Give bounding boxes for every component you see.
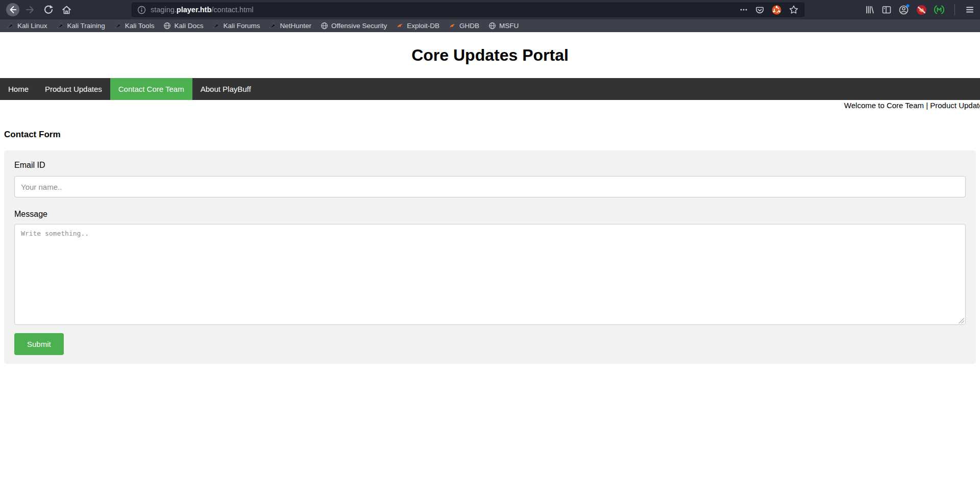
toolbar-divider bbox=[954, 4, 955, 15]
message-field-wrapper bbox=[14, 224, 966, 325]
bookmark-label: Kali Linux bbox=[17, 22, 47, 30]
page-content: Core Updates Portal Home Product Updates… bbox=[0, 32, 980, 504]
nav-product-updates[interactable]: Product Updates bbox=[37, 78, 110, 100]
back-button[interactable] bbox=[5, 2, 20, 17]
nav-home[interactable]: Home bbox=[0, 78, 37, 100]
globe-icon bbox=[163, 22, 171, 30]
globe-icon bbox=[488, 22, 496, 30]
pocket-icon[interactable] bbox=[755, 5, 765, 15]
bookmark-label: Kali Tools bbox=[125, 22, 155, 30]
home-icon bbox=[61, 5, 72, 15]
bookmark-label: Exploit-DB bbox=[407, 22, 439, 30]
back-icon bbox=[5, 2, 20, 17]
kali-icon bbox=[114, 22, 122, 30]
bookmark-label: Kali Docs bbox=[174, 22, 203, 30]
site-info-icon[interactable] bbox=[137, 6, 146, 14]
bookmark-label: NetHunter bbox=[280, 22, 311, 30]
bookmark-msfu[interactable]: MSFU bbox=[484, 19, 523, 32]
firefox-window: staging.player.htb/contact.html bbox=[0, 0, 980, 504]
bookmark-kali-docs[interactable]: Kali Docs bbox=[159, 19, 208, 32]
page-title: Core Updates Portal bbox=[0, 46, 980, 65]
email-label: Email ID bbox=[14, 161, 966, 170]
orange-swoosh-icon bbox=[396, 22, 404, 30]
bookmark-kali-training[interactable]: Kali Training bbox=[52, 19, 110, 32]
email-field[interactable] bbox=[14, 176, 966, 197]
home-button[interactable] bbox=[59, 2, 74, 17]
foxyproxy-icon[interactable] bbox=[916, 5, 927, 15]
main-nav: Home Product Updates Contact Core Team A… bbox=[0, 78, 980, 100]
browser-toolbar: staging.player.htb/contact.html bbox=[0, 0, 980, 19]
form-heading: Contact Form bbox=[4, 130, 980, 140]
submit-button[interactable]: Submit bbox=[14, 333, 64, 355]
bookmark-kali-forums[interactable]: Kali Forums bbox=[208, 19, 264, 32]
reload-icon bbox=[43, 5, 54, 15]
library-icon[interactable] bbox=[865, 5, 875, 15]
bookmark-exploit-db[interactable]: Exploit-DB bbox=[391, 19, 444, 32]
message-label: Message bbox=[14, 210, 966, 219]
url-prefix: staging. bbox=[151, 6, 177, 14]
kali-icon bbox=[7, 22, 14, 30]
bookmarks-bar: Kali Linux Kali Training Kali Tools Kali… bbox=[0, 19, 980, 32]
account-icon[interactable] bbox=[898, 4, 910, 15]
globe-icon bbox=[321, 22, 328, 30]
url-path: /contact.html bbox=[211, 6, 253, 14]
urlbar-actions bbox=[740, 5, 799, 15]
message-field[interactable] bbox=[14, 224, 966, 325]
toolbar-right-icons bbox=[865, 4, 975, 15]
sidebar-toggle-icon[interactable] bbox=[881, 5, 892, 15]
url-bar[interactable]: staging.player.htb/contact.html bbox=[132, 3, 804, 17]
forward-icon bbox=[25, 4, 36, 15]
bookmark-label: Offensive Security bbox=[331, 22, 387, 30]
bookmark-label: Kali Forums bbox=[223, 22, 260, 30]
contact-form: Email ID Message Submit bbox=[4, 150, 976, 364]
forward-button[interactable] bbox=[23, 2, 38, 17]
nav-about-playbuff[interactable]: About PlayBuff bbox=[192, 78, 259, 100]
kali-icon bbox=[212, 22, 220, 30]
bookmark-offensive-security[interactable]: Offensive Security bbox=[316, 19, 391, 32]
reload-button[interactable] bbox=[41, 2, 56, 17]
menu-icon[interactable] bbox=[965, 5, 975, 15]
ubuntu-extension-icon[interactable] bbox=[772, 5, 781, 15]
url-domain: player.htb bbox=[177, 6, 212, 14]
nav-contact-core-team[interactable]: Contact Core Team bbox=[110, 78, 192, 100]
marquee-text: Welcome to Core Team | Product Updates bbox=[7, 101, 980, 110]
kali-icon bbox=[269, 22, 277, 30]
bookmark-ghdb[interactable]: GHDB bbox=[444, 19, 484, 32]
bookmark-nethunter[interactable]: NetHunter bbox=[264, 19, 316, 32]
orange-swoosh-icon bbox=[449, 22, 456, 30]
bookmark-label: Kali Training bbox=[67, 22, 105, 30]
greasemonkey-icon[interactable] bbox=[934, 4, 945, 15]
url-text[interactable]: staging.player.htb/contact.html bbox=[151, 6, 740, 14]
bookmark-kali-tools[interactable]: Kali Tools bbox=[110, 19, 159, 32]
bookmark-star-icon[interactable] bbox=[789, 5, 799, 15]
kali-icon bbox=[57, 22, 64, 30]
bookmark-label: GHDB bbox=[459, 22, 479, 30]
bookmark-label: MSFU bbox=[499, 22, 519, 30]
bookmark-kali-linux[interactable]: Kali Linux bbox=[2, 19, 52, 32]
page-actions-icon[interactable] bbox=[740, 6, 748, 14]
